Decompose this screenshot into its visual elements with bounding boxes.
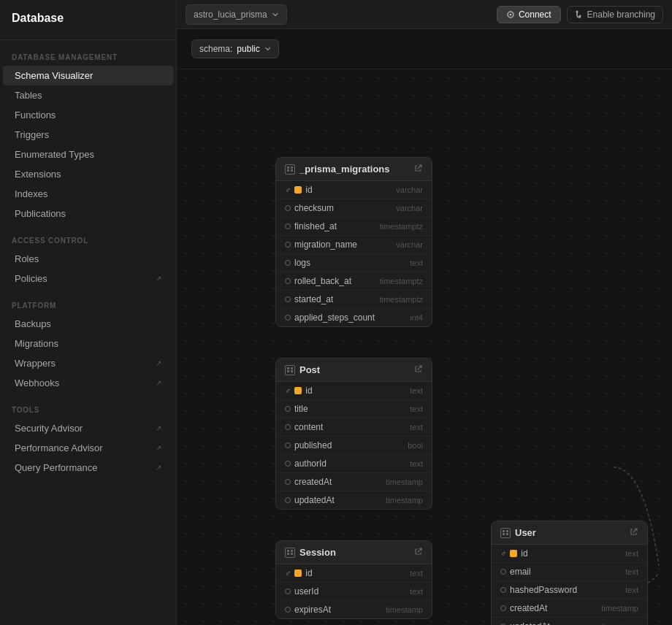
table-name: _prisma_migrations [299, 164, 390, 175]
project-name: astro_lucia_prisma [194, 9, 267, 20]
sidebar-item-policies[interactable]: Policies ↗ [3, 269, 173, 288]
table-name: Session [299, 547, 336, 558]
table-title: Post [285, 364, 320, 375]
table-icon [500, 528, 511, 538]
column-name: updatedAt [294, 495, 335, 505]
sidebar-item-security-advisor[interactable]: Security Advisor ↗ [3, 418, 173, 438]
column-type: text [410, 258, 423, 267]
connect-icon [506, 10, 515, 19]
schema-value: public [237, 44, 259, 54]
app-title: Database [0, 0, 176, 40]
table-header: _prisma_migrations [276, 158, 432, 181]
key-icon [294, 186, 302, 193]
connect-button[interactable]: Connect [497, 6, 561, 23]
column-icon [285, 497, 291, 503]
table-name: Post [299, 364, 320, 375]
table-row: title text [276, 400, 432, 418]
table-card-user: User ♂ id text email [491, 521, 648, 625]
column-name: updatedAt [510, 621, 550, 625]
sidebar-item-backups[interactable]: Backups [3, 314, 173, 334]
sidebar-item-label: Tables [15, 90, 42, 101]
external-link-icon[interactable] [414, 364, 423, 375]
table-title: User [500, 527, 536, 538]
sidebar-item-performance-advisor[interactable]: Performance Advisor ↗ [3, 438, 173, 458]
column-name: id [305, 185, 312, 195]
schema-selector[interactable]: schema: public [191, 39, 279, 58]
topbar-right: Connect Enable branching [497, 6, 663, 23]
project-selector[interactable]: astro_lucia_prisma [186, 4, 287, 25]
external-link-icon[interactable] [414, 547, 423, 558]
sidebar-item-indexes[interactable]: Indexes [3, 184, 173, 204]
sidebar-item-triggers[interactable]: Triggers [3, 125, 173, 145]
sidebar-item-migrations[interactable]: Migrations [3, 334, 173, 353]
column-type: varchar [396, 240, 423, 249]
column-type: text [410, 569, 423, 578]
sidebar-item-query-performance[interactable]: Query Performance ↗ [3, 458, 173, 478]
connect-label: Connect [519, 9, 551, 20]
sidebar-item-label: Triggers [15, 129, 49, 140]
access-section-label: ACCESS CONTROL [0, 223, 176, 249]
schema-bar: schema: public [177, 29, 672, 69]
table-row: ♂ id varchar [276, 181, 432, 199]
table-row: userId text [276, 583, 432, 601]
column-type: text [410, 459, 423, 468]
sidebar-item-publications[interactable]: Publications [3, 204, 173, 223]
external-link-icon: ↗ [156, 379, 161, 387]
sidebar-item-webhooks[interactable]: Webhooks ↗ [3, 373, 173, 393]
table-row: hashedPassword text [492, 581, 647, 599]
pk-symbol: ♂ [285, 185, 291, 194]
topbar: astro_lucia_prisma Connect [177, 0, 672, 29]
column-type: timestamptz [380, 222, 423, 231]
schema-label: schema: [199, 44, 232, 54]
column-name: title [294, 404, 308, 414]
sidebar-item-schema-visualizer[interactable]: Schema Visualizer [3, 66, 173, 85]
table-row: checksum varchar [276, 199, 432, 218]
column-name: createdAt [294, 477, 332, 487]
main-content: astro_lucia_prisma Connect [177, 0, 672, 625]
sidebar-item-enumerated-types[interactable]: Enumerated Types [3, 145, 173, 164]
column-type: int4 [410, 313, 423, 322]
external-link-icon[interactable] [414, 164, 423, 175]
column-name: hashedPassword [510, 585, 577, 595]
column-icon [285, 242, 291, 248]
column-icon [500, 569, 506, 575]
column-name: id [305, 568, 312, 578]
column-name: userId [294, 586, 318, 597]
column-type: text [410, 386, 423, 395]
table-card-session: Session ♂ id text userI [275, 540, 432, 619]
column-name: expiresAt [294, 605, 331, 615]
enable-branching-button[interactable]: Enable branching [567, 6, 663, 23]
column-icon [285, 607, 291, 613]
sidebar-item-wrappers[interactable]: Wrappers ↗ [3, 353, 173, 373]
column-type: bool [408, 441, 423, 450]
column-icon [285, 479, 291, 485]
sidebar-item-functions[interactable]: Functions [3, 105, 173, 125]
table-icon [285, 548, 295, 558]
table-row: content text [276, 418, 432, 437]
column-type: timestamptz [380, 295, 423, 304]
column-type: timestamptz [380, 277, 423, 285]
column-name: id [305, 386, 312, 396]
column-icon [285, 461, 291, 467]
sidebar-item-tables[interactable]: Tables [3, 85, 173, 105]
column-name: rolled_back_at [294, 276, 351, 286]
svg-point-3 [579, 15, 581, 17]
column-name: content [294, 422, 323, 432]
sidebar-item-roles[interactable]: Roles [3, 249, 173, 269]
table-row: createdAt timestamp [276, 473, 432, 491]
pk-symbol: ♂ [500, 549, 506, 558]
external-link-icon[interactable] [630, 527, 638, 538]
sidebar-item-label: Schema Visualizer [15, 70, 93, 81]
column-type: timestamp [601, 622, 638, 625]
schema-canvas[interactable]: _prisma_migrations ♂ id varchar [177, 69, 672, 625]
table-row: published bool [276, 437, 432, 455]
column-name: finished_at [294, 221, 337, 231]
column-icon [285, 205, 291, 211]
table-title: Session [285, 547, 336, 558]
sidebar-item-extensions[interactable]: Extensions [3, 164, 173, 184]
svg-point-1 [509, 13, 511, 15]
column-name: migration_name [294, 239, 357, 250]
column-icon [500, 605, 506, 611]
sidebar-item-label: Enumerated Types [15, 149, 94, 160]
column-name: id [521, 548, 527, 559]
